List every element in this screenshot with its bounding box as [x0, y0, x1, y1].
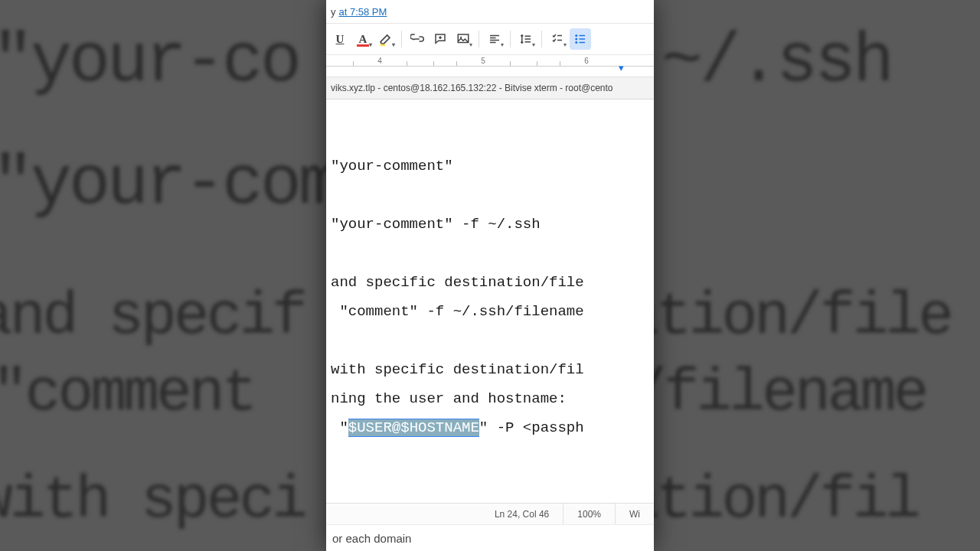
stage: "your-co "your-com and specif "comment w…: [0, 0, 980, 551]
checklist-icon: [550, 32, 564, 46]
chevron-down-icon: ▾: [564, 41, 567, 48]
underline-button[interactable]: U: [329, 28, 351, 50]
highlight-button[interactable]: ▾: [375, 28, 397, 50]
toolbar-separator: [479, 31, 479, 47]
ruler-line: [326, 66, 654, 67]
chevron-down-icon: ▾: [469, 41, 472, 48]
app-column: y at 7:58 PM U A ▾ ▾ ▾: [326, 0, 654, 551]
toolbar: U A ▾ ▾ ▾ ▾: [326, 24, 654, 55]
chevron-down-icon: ▾: [369, 41, 372, 48]
ruler[interactable]: 4 5 6 ▾: [326, 55, 654, 77]
text-color-glyph: A: [359, 33, 368, 46]
bg-text: "comment: [0, 360, 254, 427]
text-color-button[interactable]: A ▾: [352, 28, 374, 50]
toolbar-separator: [510, 31, 511, 47]
header-prefix: y: [331, 6, 336, 18]
bulleted-list-button[interactable]: [570, 28, 591, 50]
header-timestamp-link[interactable]: at 7:58 PM: [339, 6, 387, 18]
ruler-tick: [353, 61, 354, 66]
window-title-tab[interactable]: viks.xyz.tlp - centos@18.162.165.132:22 …: [326, 77, 654, 99]
chevron-down-icon: ▾: [392, 41, 395, 48]
ruler-tick: [537, 61, 537, 66]
align-left-icon: [488, 32, 501, 46]
chevron-down-icon: ▾: [532, 41, 535, 48]
ruler-number: 4: [377, 57, 382, 65]
add-comment-button[interactable]: [430, 28, 451, 50]
line-spacing-button[interactable]: ▾: [515, 28, 537, 50]
insert-link-button[interactable]: [407, 28, 428, 50]
svg-point-4: [575, 38, 577, 41]
comment-icon: [433, 32, 447, 46]
document-text[interactable]: "your-comment" "your-comment" -f ~/.ssh …: [326, 99, 654, 442]
line-spacing-icon: [519, 32, 533, 46]
bg-text: ation/fil: [654, 467, 918, 534]
checklist-button[interactable]: ▾: [547, 28, 568, 50]
bg-text: and specif: [0, 283, 305, 350]
align-button[interactable]: ▾: [484, 28, 505, 50]
footer-text: or each domain: [326, 524, 654, 551]
ruler-number: 5: [481, 57, 485, 65]
encoding-indicator[interactable]: Wi: [616, 504, 654, 525]
text-color-swatch: [357, 44, 369, 47]
highlighter-icon: [378, 31, 394, 47]
bg-text: ~/.ssh: [662, 23, 891, 101]
image-icon: [456, 32, 470, 46]
bulleted-list-icon: [573, 32, 587, 46]
bg-text: /filename: [654, 360, 926, 427]
ruler-tick: [510, 61, 511, 66]
ruler-right-indent-marker[interactable]: ▾: [619, 62, 624, 73]
zoom-level[interactable]: 100%: [564, 504, 616, 525]
bg-left: "your-co "your-com and specif "comment w…: [0, 0, 326, 551]
bg-text: "your-co: [0, 23, 299, 101]
ruler-tick: [433, 61, 434, 66]
svg-rect-0: [381, 44, 386, 47]
svg-point-5: [575, 41, 577, 44]
bg-text: "your-com: [0, 145, 326, 223]
bg-right: ~/.ssh ation/file /filename ation/fil: [654, 0, 980, 551]
insert-image-button[interactable]: ▾: [452, 28, 474, 50]
chevron-down-icon: ▾: [501, 41, 504, 48]
text-selection[interactable]: $USER@$HOSTNAME: [348, 419, 479, 437]
ruler-tick: [407, 61, 407, 66]
toolbar-separator: [401, 31, 402, 47]
toolbar-separator: [541, 31, 542, 47]
header-bar: y at 7:58 PM: [326, 0, 654, 24]
ruler-number: 6: [584, 57, 589, 65]
ruler-tick: [456, 61, 457, 66]
bg-text: with speci: [0, 467, 305, 534]
status-bar: Ln 24, Col 46 100% Wi: [326, 503, 654, 525]
cursor-position[interactable]: Ln 24, Col 46: [481, 504, 564, 525]
document-area[interactable]: "your-comment" "your-comment" -f ~/.ssh …: [326, 99, 654, 528]
bg-text: ation/file: [654, 283, 951, 350]
link-icon: [410, 32, 424, 46]
ruler-tick: [560, 61, 560, 66]
svg-point-3: [575, 34, 577, 37]
